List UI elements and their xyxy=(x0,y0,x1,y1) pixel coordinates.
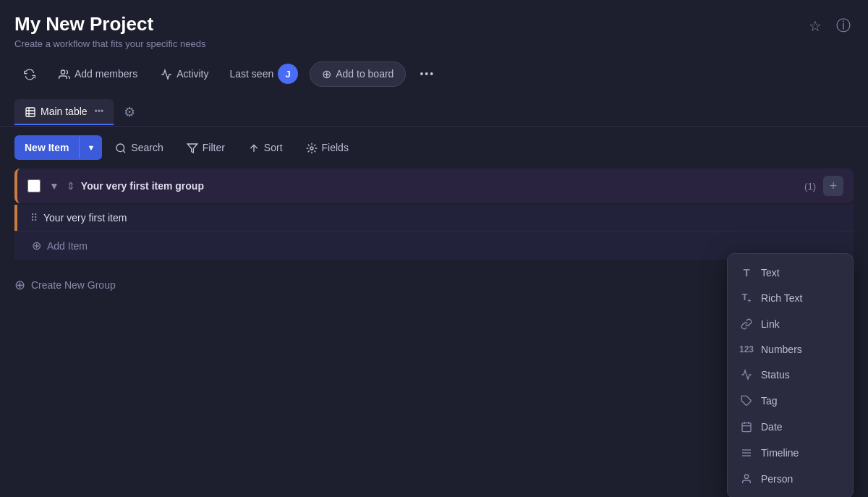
project-subtitle: Create a workflow that fits your specifi… xyxy=(14,38,854,49)
item-name: Your very first item xyxy=(43,212,127,224)
dropdown-label-rich-text: Rich Text xyxy=(761,292,802,304)
group-header[interactable]: ▼ ⇕ Your very first item group (1) + xyxy=(14,169,854,203)
link-icon xyxy=(739,318,754,331)
refresh-button[interactable] xyxy=(14,62,45,85)
text-icon: T xyxy=(739,266,754,279)
fields-icon xyxy=(306,141,318,153)
rich-text-icon: T+ xyxy=(739,292,754,305)
dropdown-label-tag: Tag xyxy=(761,395,778,407)
group-title: Your very first item group xyxy=(81,180,804,192)
numbers-icon: 123 xyxy=(739,344,754,354)
add-item-label: Add Item xyxy=(47,240,88,252)
header-actions: Add members Activity Last seen J ⊕ Add t… xyxy=(14,59,854,88)
svg-point-13 xyxy=(744,475,748,478)
svg-point-0 xyxy=(61,70,64,74)
filter-label: Filter xyxy=(203,142,225,153)
tab-table-icon xyxy=(25,105,36,117)
add-to-board-label: Add to board xyxy=(336,68,393,80)
dropdown-item-date[interactable]: Date xyxy=(728,414,853,440)
dropdown-label-timeline: Timeline xyxy=(761,447,799,459)
tab-main-table-label: Main table xyxy=(41,106,88,117)
group-count: (1) xyxy=(804,181,816,192)
tab-main-table[interactable]: Main table ••• xyxy=(14,99,114,124)
create-group-icon: ⊕ xyxy=(14,277,25,293)
dropdown-menu: T Text T+ Rich Text Link 123 Numbers xyxy=(727,253,854,497)
status-icon xyxy=(739,368,754,381)
sort-button[interactable]: Sort xyxy=(238,135,293,159)
sort-label: Sort xyxy=(264,142,283,153)
dropdown-item-person[interactable]: Person xyxy=(728,466,853,492)
search-icon xyxy=(115,141,127,153)
dropdown-label-link: Link xyxy=(761,318,780,330)
dropdown-label-date: Date xyxy=(761,421,783,433)
add-to-board-icon: ⊕ xyxy=(322,67,331,81)
dropdown-item-text[interactable]: T Text xyxy=(728,260,853,285)
main-content: ▼ ⇕ Your very first item group (1) + ⠿ Y… xyxy=(0,169,868,260)
dropdown-item-tag[interactable]: Tag xyxy=(728,388,853,414)
add-to-board-button[interactable]: ⊕ Add to board xyxy=(310,61,406,87)
project-title: My New Project xyxy=(14,13,854,35)
toolbar: New Item ▼ Search Filter xyxy=(0,127,868,169)
fields-label: Fields xyxy=(322,142,349,153)
more-button[interactable]: ••• xyxy=(410,63,444,85)
group-drag-icon: ⇕ xyxy=(67,180,75,192)
more-icon: ••• xyxy=(420,68,435,80)
add-members-label: Add members xyxy=(75,68,137,80)
tab-settings-button[interactable]: ⚙ xyxy=(116,98,142,126)
filter-button[interactable]: Filter xyxy=(176,135,235,159)
search-label: Search xyxy=(131,142,163,153)
sort-icon xyxy=(248,141,260,153)
info-button[interactable]: ⓘ xyxy=(833,13,854,38)
header: My New Project Create a workflow that fi… xyxy=(0,0,868,88)
tab-more-icon: ••• xyxy=(95,106,104,116)
fields-button[interactable]: Fields xyxy=(296,135,359,159)
dropdown-item-rich-text[interactable]: T+ Rich Text xyxy=(728,285,853,311)
group-checkbox[interactable] xyxy=(27,179,41,192)
svg-marker-3 xyxy=(187,144,197,153)
dropdown-item-link[interactable]: Link xyxy=(728,311,853,337)
row-accent xyxy=(14,205,17,231)
dropdown-item-status[interactable]: Status xyxy=(728,362,853,388)
filter-icon xyxy=(187,141,198,153)
avatar: J xyxy=(278,64,298,84)
timeline-icon xyxy=(739,446,754,459)
date-icon xyxy=(739,420,754,433)
activity-button[interactable]: Activity xyxy=(151,62,218,85)
tag-icon xyxy=(739,394,754,407)
activity-label: Activity xyxy=(176,68,208,80)
search-button[interactable]: Search xyxy=(105,135,173,159)
new-item-dropdown-arrow[interactable]: ▼ xyxy=(79,137,102,158)
dropdown-label-numbers: Numbers xyxy=(761,344,802,355)
item-drag-handle: ⠿ xyxy=(30,212,38,224)
add-members-button[interactable]: Add members xyxy=(49,62,147,85)
svg-rect-1 xyxy=(26,108,35,116)
star-button[interactable]: ☆ xyxy=(806,13,825,38)
add-item-icon: ⊕ xyxy=(32,239,41,252)
tabs-bar: Main table ••• ⚙ xyxy=(0,88,868,126)
svg-point-2 xyxy=(116,144,124,152)
svg-rect-6 xyxy=(742,423,751,432)
table-row[interactable]: ⠿ Your very first item xyxy=(14,205,854,231)
dropdown-label-text: Text xyxy=(761,267,780,279)
add-members-icon xyxy=(59,67,70,80)
activity-icon xyxy=(161,67,172,80)
group-add-button[interactable]: + xyxy=(823,176,843,196)
create-group-label: Create New Group xyxy=(31,279,116,291)
new-item-label[interactable]: New Item xyxy=(14,135,79,160)
settings-icon: ⚙ xyxy=(124,105,135,119)
dropdown-item-numbers[interactable]: 123 Numbers xyxy=(728,337,853,362)
refresh-icon xyxy=(24,67,35,80)
dropdown-item-timeline[interactable]: Timeline xyxy=(728,440,853,466)
last-seen-label: Last seen xyxy=(230,68,274,80)
top-right-icons: ☆ ⓘ xyxy=(806,13,854,38)
person-icon xyxy=(739,472,754,485)
group-collapse-button[interactable]: ▼ xyxy=(48,179,61,193)
svg-point-4 xyxy=(310,147,313,150)
last-seen-section: Last seen J xyxy=(223,59,306,88)
dropdown-label-person: Person xyxy=(761,473,793,485)
dropdown-label-status: Status xyxy=(761,369,790,381)
new-item-button[interactable]: New Item ▼ xyxy=(14,135,102,160)
